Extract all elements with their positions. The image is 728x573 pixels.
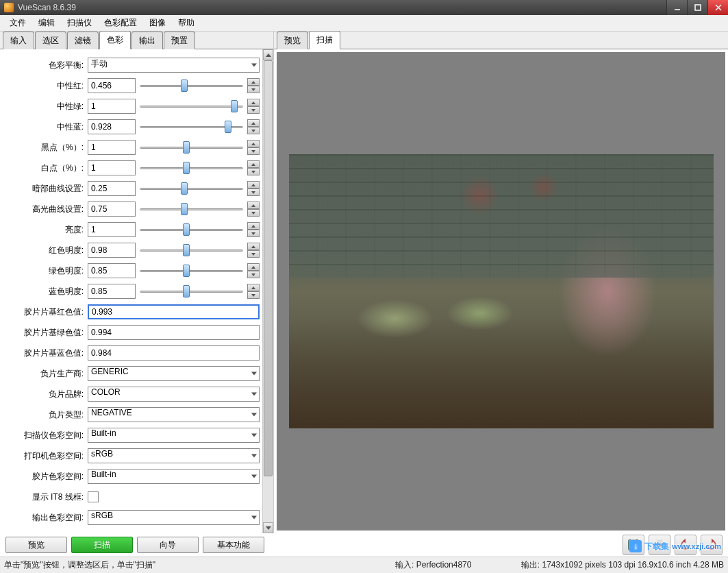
slider-green-brightness[interactable] [140,263,243,278]
slider-neutral-red[interactable] [140,78,243,93]
select-neg-brand[interactable]: COLOR [88,387,260,402]
input-white-point[interactable] [88,160,136,175]
tab-scan[interactable]: 扫描 [309,31,340,49]
menu-image[interactable]: 图像 [144,16,171,30]
row-neutral-blue: 中性蓝: [5,117,260,137]
select-color-balance[interactable]: 手动 [88,58,260,73]
status-bar: 单击"预览"按钮，调整选区后，单击"扫描" 输入: Perfection4870… [0,557,728,573]
tab-filter[interactable]: 滤镜 [67,32,99,49]
main-content: 输入 选区 滤镜 色彩 输出 预置 色彩平衡: 手动 中性红: [0,32,728,533]
row-white-point: 白点（%）: [5,158,260,178]
menu-edit[interactable]: 编辑 [33,16,60,30]
menu-color-profile[interactable]: 色彩配置 [99,16,142,30]
slider-black-point[interactable] [140,140,243,155]
row-neg-vendor: 负片生产商: GENERIC [5,363,260,384]
row-black-point: 黑点（%）: [5,137,260,158]
rotate-left-icon[interactable] [675,535,696,555]
input-green-brightness[interactable] [88,263,136,278]
tab-color[interactable]: 色彩 [99,31,131,49]
input-black-point[interactable] [88,140,136,155]
input-neutral-blue[interactable] [88,119,136,134]
select-neg-type[interactable]: NEGATIVE [88,407,260,422]
tab-preset[interactable]: 预置 [164,32,195,49]
svg-marker-10 [683,539,686,544]
slider-blue-brightness[interactable] [140,284,243,299]
slider-neutral-blue[interactable] [140,119,243,134]
tab-preview[interactable]: 预览 [277,32,308,49]
menu-help[interactable]: 帮助 [173,16,200,30]
label-color-balance: 色彩平衡: [5,60,88,71]
tab-input[interactable]: 输入 [3,32,34,49]
row-color-balance: 色彩平衡: 手动 [5,55,260,75]
scroll-up-icon[interactable] [263,49,273,60]
row-show-it8: 显示 IT8 线框: [5,487,260,507]
settings-panel: 色彩平衡: 手动 中性红: 中性绿: [0,49,273,533]
tab-crop[interactable]: 选区 [35,32,66,49]
save-icon[interactable] [623,535,644,555]
checkbox-show-it8[interactable] [88,491,99,502]
select-neg-vendor[interactable]: GENERIC [88,366,260,381]
rotate-right-icon[interactable] [701,535,723,555]
left-tabs: 输入 选区 滤镜 色彩 输出 预置 [0,32,273,49]
input-film-base-green[interactable] [88,325,260,340]
row-film-base-green: 胶片片基绿色值: [5,322,260,343]
select-output-space[interactable]: sRGB [88,510,260,525]
tab-output[interactable]: 输出 [131,32,163,49]
minimize-button[interactable] [666,0,687,15]
row-brightness: 亮度: [5,219,260,240]
row-film-base-blue: 胶片片基蓝色值: [5,343,260,363]
spin-up[interactable] [247,78,260,86]
guide-button[interactable]: 向导 [137,537,199,553]
scanned-image [289,154,714,428]
input-red-brightness[interactable] [88,243,136,258]
select-scanner-space[interactable]: Built-in [88,428,260,443]
slider-high-curve[interactable] [140,202,243,217]
slider-neutral-green[interactable] [140,99,243,114]
slider-brightness[interactable] [140,222,243,237]
preview-viewport[interactable] [277,52,725,531]
row-high-curve: 高光曲线设置: [5,199,260,219]
row-neutral-red: 中性红: [5,75,260,96]
row-neutral-green: 中性绿: [5,96,260,117]
menubar: 文件 编辑 扫描仪 色彩配置 图像 帮助 [0,15,728,32]
left-pane: 输入 选区 滤镜 色彩 输出 预置 色彩平衡: 手动 中性红: [0,32,274,533]
scroll-thumb[interactable] [264,60,273,476]
scroll-down-icon[interactable] [263,522,273,533]
svg-rect-1 [695,5,701,10]
settings-scrollbar[interactable] [262,49,273,533]
svg-rect-5 [631,540,636,544]
basic-button[interactable]: 基本功能 [203,537,264,553]
right-tabs: 预览 扫描 [274,32,728,49]
preview-button[interactable]: 预览 [5,537,67,553]
row-output-space: 输出色彩空间: sRGB [5,507,260,528]
menu-file[interactable]: 文件 [4,16,32,30]
select-printer-space[interactable]: sRGB [88,448,260,463]
right-pane: 预览 扫描 [274,32,728,533]
scan-button[interactable]: 扫描 [71,537,133,553]
input-film-base-red[interactable] [88,304,260,319]
maximize-button[interactable] [687,0,707,15]
slider-white-point[interactable] [140,160,243,175]
print-icon[interactable] [649,535,670,555]
input-high-curve[interactable] [88,202,136,217]
svg-rect-9 [657,547,662,550]
select-film-space[interactable]: Built-in [88,469,260,484]
input-film-base-blue[interactable] [88,345,260,361]
close-button[interactable] [707,0,728,15]
menu-scanner[interactable]: 扫描仪 [62,16,97,30]
input-dark-curve[interactable] [88,181,136,196]
row-red-brightness: 红色明度: [5,240,260,260]
svg-rect-6 [630,546,637,550]
app-icon [4,3,14,12]
slider-red-brightness[interactable] [140,243,243,258]
row-blue-brightness: 蓝色明度: [5,281,260,302]
window-title: VueScan 8.6.39 [18,3,76,12]
input-neutral-green[interactable] [88,99,136,114]
row-dark-curve: 暗部曲线设置: [5,178,260,199]
input-blue-brightness[interactable] [88,284,136,299]
slider-dark-curve[interactable] [140,181,243,196]
svg-marker-11 [712,539,714,544]
spin-down[interactable] [247,86,260,93]
input-brightness[interactable] [88,222,136,237]
input-neutral-red[interactable] [88,78,136,93]
